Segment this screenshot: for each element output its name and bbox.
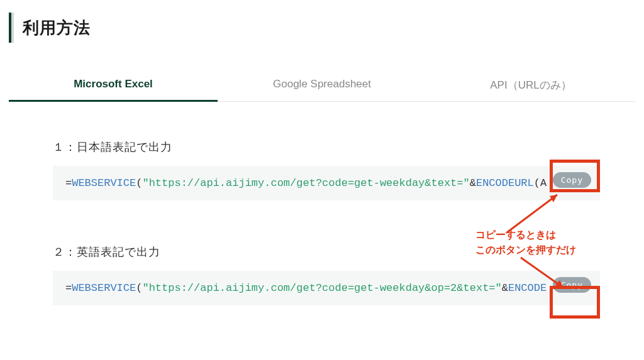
section-1-label: １：日本語表記で出力 [53, 139, 600, 155]
code-token: = [65, 282, 72, 294]
code-token-paren: ( [136, 282, 142, 294]
code-token-amp: & [502, 282, 508, 294]
tab-excel[interactable]: Microsoft Excel [9, 69, 218, 102]
copy-button-1[interactable]: Copy [553, 172, 591, 188]
code-token-fn: WEBSERVICE [72, 282, 136, 294]
code-token-paren: ( [136, 177, 142, 189]
annotation-text: コピーするときは このボタンを押すだけ [475, 227, 576, 258]
code-token-tail: (A [534, 177, 547, 189]
code-token-fn2: ENCODEURL [476, 177, 534, 189]
code-token-fn2: ENCODE [508, 282, 547, 294]
annotation-line-2: このボタンを押すだけ [475, 244, 576, 255]
code-token-fn: WEBSERVICE [72, 177, 136, 189]
page-header: 利用方法 [0, 0, 644, 43]
code-token: = [65, 177, 72, 189]
annotation-line-1: コピーするときは [475, 229, 556, 240]
tab-api[interactable]: API（URLのみ） [426, 69, 635, 101]
code-token-amp: & [470, 177, 476, 189]
accent-bar [9, 13, 14, 43]
code-token-string: "https://api.aijimy.com/get?code=get-wee… [142, 282, 501, 294]
tab-google-spreadsheet[interactable]: Google Spreadsheet [218, 69, 426, 101]
code-block-2: =WEBSERVICE("https://api.aijimy.com/get?… [53, 271, 600, 305]
code-token-string: "https://api.aijimy.com/get?code=get-wee… [142, 177, 469, 189]
copy-button-2[interactable]: Copy [553, 277, 591, 293]
tabs-bar: Microsoft Excel Google Spreadsheet API（U… [9, 69, 635, 102]
code-block-1: =WEBSERVICE("https://api.aijimy.com/get?… [53, 166, 600, 200]
content-area: １：日本語表記で出力 =WEBSERVICE("https://api.aiji… [0, 102, 644, 305]
page-title: 利用方法 [23, 17, 91, 39]
